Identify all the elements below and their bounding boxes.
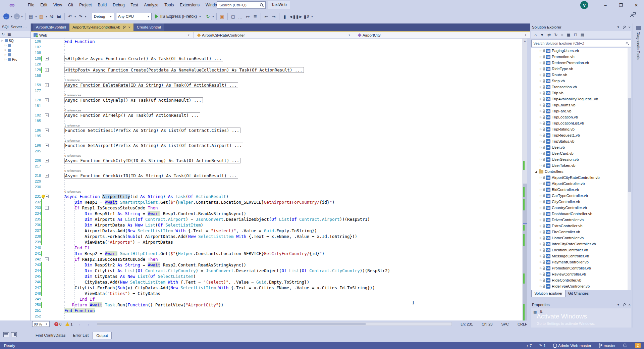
line-number[interactable]: 129 bbox=[31, 67, 41, 73]
close-icon[interactable]: × bbox=[629, 303, 631, 307]
chevron-right-icon[interactable]: ▷ bbox=[539, 164, 543, 167]
git-repo-indicator[interactable]: Admin-Web-master bbox=[553, 344, 591, 348]
line-number[interactable]: 186 bbox=[31, 128, 41, 133]
breadcrumb-member-dropdown[interactable]: AirportCity⇕ bbox=[356, 32, 530, 39]
tree-item-tripstatus-vb[interactable]: ▷VBTripStatus.vb bbox=[531, 138, 631, 144]
chevron-right-icon[interactable]: ▷ bbox=[539, 267, 543, 269]
menu-analyze[interactable]: Analyze bbox=[141, 2, 162, 8]
chevron-right-icon[interactable]: ▷ bbox=[539, 73, 543, 76]
tree-item-usercard-vb[interactable]: ▷VBUserCard.vb bbox=[531, 150, 631, 156]
home-icon[interactable]: ⌂ bbox=[534, 33, 537, 37]
error-count[interactable]: 0 bbox=[59, 322, 61, 326]
breadcrumb-project-dropdown[interactable]: Web▼ bbox=[31, 32, 192, 39]
tree-item-redeempromotion-vb[interactable]: ▷VBRedeemPromotion.vb bbox=[531, 60, 631, 66]
chevron-right-icon[interactable]: ▷ bbox=[539, 86, 543, 88]
notifications-bell[interactable] bbox=[623, 343, 628, 348]
chevron-right-icon[interactable]: ▷ bbox=[539, 92, 543, 94]
chevron-right-icon[interactable]: ▷ bbox=[539, 261, 543, 263]
fold-toggle-icon[interactable]: + bbox=[45, 68, 49, 72]
chevron-right-icon[interactable]: ▷ bbox=[539, 212, 543, 215]
tree-item-transaction-vb[interactable]: ▷VBTransaction.vb bbox=[531, 84, 631, 90]
menu-debug[interactable]: Debug bbox=[110, 2, 127, 8]
dropdown-caret-icon[interactable]: ▼ bbox=[45, 15, 48, 18]
panel-tab-git-changes[interactable]: Git Changes bbox=[566, 290, 591, 297]
add-server-icon[interactable]: ▦ bbox=[7, 32, 11, 37]
line-number[interactable]: 237 bbox=[31, 228, 41, 234]
line-number[interactable]: 178 bbox=[31, 97, 41, 103]
chevron-right-icon[interactable]: ▷ bbox=[539, 188, 543, 191]
line-indicator[interactable]: Ln: 231 bbox=[461, 322, 473, 326]
editor-horizontal-scrollbar[interactable] bbox=[97, 322, 452, 326]
navigate-forward-icon[interactable]: → bbox=[86, 322, 90, 327]
tree-item-trip-vb[interactable]: ▷VBTrip.vb bbox=[531, 90, 631, 96]
tree-item-cartypecontroller-vb[interactable]: ▷VBCarTypeController.vb bbox=[531, 193, 631, 199]
tree-item-extracontroller-vb[interactable]: ▷VBExtraController.vb bbox=[531, 223, 631, 229]
collapse-all-icon[interactable]: ⊟ bbox=[574, 33, 577, 37]
alphabetical-icon[interactable]: ⇅ bbox=[539, 310, 542, 314]
fold-toggle-icon[interactable]: + bbox=[45, 129, 49, 132]
sql-tree-item[interactable]: ▷SQ bbox=[0, 38, 31, 43]
chevron-right-icon[interactable]: ▷ bbox=[539, 158, 543, 161]
chevron-right-icon[interactable]: ▷ bbox=[539, 152, 543, 155]
pin-icon[interactable] bbox=[622, 302, 627, 307]
debug-config-dropdown[interactable]: Debug▼ bbox=[92, 13, 114, 20]
line-number[interactable]: 109 bbox=[31, 56, 41, 61]
chevron-right-icon[interactable]: ▷ bbox=[5, 58, 8, 61]
pin-icon[interactable] bbox=[622, 25, 627, 30]
editor-vertical-scrollbar[interactable]: ▲ ▼ bbox=[522, 39, 527, 320]
menu-edit[interactable]: Edit bbox=[37, 2, 50, 8]
tree-item-bidcontroller-vb[interactable]: ▷VBBidController.vb bbox=[531, 187, 631, 193]
chevron-right-icon[interactable]: ▷ bbox=[539, 55, 543, 58]
snippet-icon[interactable]: ﹍ bbox=[237, 12, 244, 20]
diagnostic-tools-tab[interactable]: Diagnostic Tools bbox=[633, 23, 644, 342]
navigate-back-icon[interactable]: ← bbox=[78, 322, 83, 327]
line-number[interactable]: 195 bbox=[31, 133, 41, 139]
chevron-right-icon[interactable]: ▷ bbox=[539, 194, 543, 197]
menu-view[interactable]: View bbox=[50, 2, 65, 8]
chevron-right-icon[interactable]: ▷ bbox=[539, 200, 543, 203]
fold-toggle-icon[interactable]: + bbox=[45, 159, 49, 162]
tree-item-ridetypecontroller-vb[interactable]: ▷VBRideTypeController.vb bbox=[531, 283, 631, 289]
nested-view-icon[interactable]: ≡ bbox=[561, 33, 563, 37]
line-number[interactable]: 128 bbox=[31, 61, 41, 67]
tree-item-promotion-vb[interactable]: ▷VBPromotion.vb bbox=[531, 54, 631, 60]
line-number[interactable]: 236 bbox=[31, 222, 41, 228]
warning-count[interactable]: 1 bbox=[70, 322, 72, 326]
filter-icon[interactable]: ▼ bbox=[540, 33, 544, 37]
line-number[interactable]: 250 bbox=[31, 302, 41, 308]
chevron-right-icon[interactable]: ▷ bbox=[539, 116, 543, 118]
line-number[interactable]: 251 bbox=[31, 308, 41, 313]
chevron-right-icon[interactable]: ▷ bbox=[5, 49, 8, 51]
solution-explorer-search-input[interactable]: Search Solution Explorer (Ctrl+;) bbox=[531, 40, 631, 47]
line-number[interactable]: 217 bbox=[31, 163, 41, 169]
tree-item-usersession-vb[interactable]: ▷VBUserSession.vb bbox=[531, 156, 631, 162]
tree-item-intercityratecontroller-vb[interactable]: ▷VBInterCityRateController.vb bbox=[531, 241, 631, 247]
notification-badge[interactable]: 2 bbox=[635, 343, 641, 348]
chevron-right-icon[interactable]: ▷ bbox=[539, 218, 543, 221]
tree-item-citycontroller-vb[interactable]: ▷VBCityController.vb bbox=[531, 199, 631, 205]
chevron-right-icon[interactable]: ▷ bbox=[539, 104, 543, 106]
fold-toggle-icon[interactable]: + bbox=[45, 57, 49, 60]
nav-forward-icon[interactable]: → bbox=[14, 13, 20, 19]
show-all-files-icon[interactable]: ▦ bbox=[567, 33, 570, 37]
chevron-right-icon[interactable]: ▷ bbox=[539, 285, 543, 288]
sql-tree-item[interactable]: ▷ bbox=[0, 43, 31, 48]
collapsed-region-box[interactable]: <HttpGet> Async Function Create() As Tas… bbox=[64, 56, 223, 61]
line-number[interactable]: 244 bbox=[31, 268, 41, 273]
menu-project[interactable]: Project bbox=[76, 2, 95, 8]
dropdown-caret-icon[interactable]: ▼ bbox=[35, 15, 37, 18]
open-file-icon[interactable]: ▨ bbox=[38, 12, 45, 20]
chevron-right-icon[interactable]: ▷ bbox=[539, 110, 543, 112]
collapsed-region-box[interactable]: Function GetCities1(Prefix As String) As… bbox=[64, 128, 240, 133]
bookmark-next-icon[interactable]: ▮► bbox=[296, 12, 303, 20]
chevron-right-icon[interactable]: ▷ bbox=[539, 98, 543, 100]
menu-tools[interactable]: Tools bbox=[161, 2, 177, 8]
tree-item-usertoken-vb[interactable]: ▷VBUserToken.vb bbox=[531, 162, 631, 168]
fold-toggle-icon[interactable]: + bbox=[45, 83, 49, 87]
tree-item-messagecontroller-vb[interactable]: ▷VBMessageController.vb bbox=[531, 253, 631, 259]
chevron-right-icon[interactable]: ▷ bbox=[539, 231, 543, 233]
tree-item-airportcityratecontroller-vb[interactable]: ▷VBAirportCityRateController.vb bbox=[531, 174, 631, 181]
fold-toggle-icon[interactable]: + bbox=[45, 113, 49, 117]
tree-item-triprequest1-vb[interactable]: ▷VBTripRequest1.vb bbox=[531, 132, 631, 138]
redo-icon[interactable]: ↷ bbox=[77, 12, 84, 20]
